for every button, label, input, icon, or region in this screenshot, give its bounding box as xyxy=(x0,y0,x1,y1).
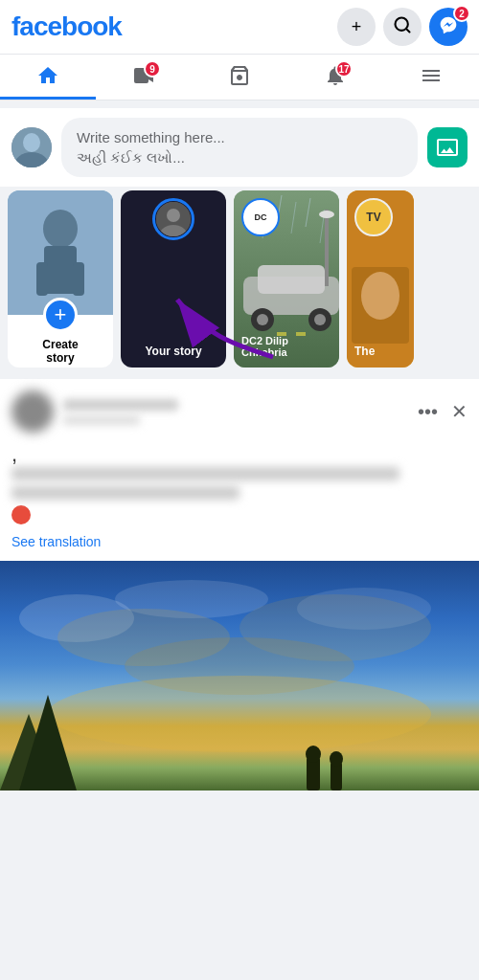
tab-home[interactable] xyxy=(0,55,96,100)
post-more-button[interactable]: ••• xyxy=(418,401,438,423)
svg-rect-29 xyxy=(296,332,306,336)
post-reaction xyxy=(11,505,31,524)
svg-point-8 xyxy=(43,210,78,248)
user-avatar xyxy=(11,127,52,167)
tab-marketplace[interactable] xyxy=(192,55,287,100)
post-text-line1 xyxy=(11,467,399,480)
sunset-image xyxy=(0,561,479,791)
post-author-info xyxy=(11,390,178,433)
feed-post-header: ••• ✕ xyxy=(0,390,479,433)
svg-point-31 xyxy=(319,211,334,218)
svg-point-13 xyxy=(167,209,180,222)
tab-notifications[interactable]: 17 xyxy=(287,55,383,100)
stories-row: + Createstory Your story xyxy=(0,187,479,371)
tv-story-card[interactable]: TV The xyxy=(347,190,414,368)
add-photo-button[interactable] xyxy=(427,127,468,167)
svg-line-1 xyxy=(406,28,410,32)
facebook-logo: facebook xyxy=(11,11,122,42)
create-story-card[interactable]: + Createstory xyxy=(8,190,113,368)
post-author-name xyxy=(63,399,178,411)
search-button[interactable] xyxy=(383,8,422,46)
create-story-label: Createstory xyxy=(42,338,78,368)
tab-video[interactable]: 9 xyxy=(96,55,192,100)
post-input[interactable]: Write something here... અહી કંઈક લખો... xyxy=(61,118,418,177)
svg-point-34 xyxy=(361,272,399,320)
header-icons: + 2 xyxy=(337,8,468,46)
add-icon: + xyxy=(352,17,362,37)
post-placeholder-line1: Write something here... xyxy=(77,127,402,147)
feed-post: ••• ✕ , See translation xyxy=(0,379,479,561)
svg-point-43 xyxy=(48,676,431,752)
your-story-avatar xyxy=(156,202,191,236)
tab-menu[interactable] xyxy=(383,55,479,100)
svg-rect-30 xyxy=(325,210,329,286)
sunset-svg xyxy=(0,561,479,791)
svg-point-19 xyxy=(257,314,268,325)
post-close-button[interactable]: ✕ xyxy=(451,400,468,423)
video-badge: 9 xyxy=(144,60,161,78)
svg-rect-17 xyxy=(258,265,325,294)
post-comma: , xyxy=(11,442,17,466)
post-placeholder-line2: અહી કંઈક લખો... xyxy=(77,147,402,167)
messenger-badge: 2 xyxy=(453,5,470,22)
svg-rect-9 xyxy=(44,246,77,294)
dc2-logo-ring: DC xyxy=(241,198,280,236)
sunset-section xyxy=(0,561,479,791)
post-meta xyxy=(63,415,140,425)
create-story-plus: + xyxy=(43,298,78,332)
header: facebook + 2 xyxy=(0,0,479,55)
your-story-label: Your story xyxy=(121,345,226,358)
avatar-image xyxy=(11,127,52,167)
dc2-story-label: DC2 DilipChhabria xyxy=(241,335,288,358)
svg-point-5 xyxy=(23,133,40,152)
create-story-bg: + xyxy=(8,190,113,315)
messenger-button[interactable]: 2 xyxy=(429,8,468,46)
tv-story-label: The xyxy=(354,345,375,358)
nav-tabs: 9 17 xyxy=(0,55,479,100)
post-box: Write something here... અહી કંઈક લખો... xyxy=(0,108,479,187)
svg-point-21 xyxy=(314,314,326,325)
post-content: , xyxy=(0,442,479,534)
svg-point-47 xyxy=(306,746,321,763)
post-author-avatar xyxy=(11,390,54,433)
dc2-story-card[interactable]: DC DC2 DilipChhabria xyxy=(234,190,339,368)
svg-rect-10 xyxy=(36,262,48,296)
post-text-line2 xyxy=(11,486,240,500)
stories-section: + Createstory Your story xyxy=(0,187,479,371)
add-button[interactable]: + xyxy=(337,8,376,46)
post-author-text xyxy=(63,399,178,425)
post-actions: ••• ✕ xyxy=(418,400,468,423)
your-story-card[interactable]: Your story xyxy=(121,190,226,368)
search-icon xyxy=(393,15,412,39)
your-story-avatar-ring xyxy=(152,198,194,240)
svg-rect-11 xyxy=(73,262,84,296)
svg-point-49 xyxy=(330,751,343,767)
see-translation-button[interactable]: See translation xyxy=(0,534,479,561)
notification-badge: 17 xyxy=(335,60,353,78)
tv-story-ring: TV xyxy=(354,198,393,236)
